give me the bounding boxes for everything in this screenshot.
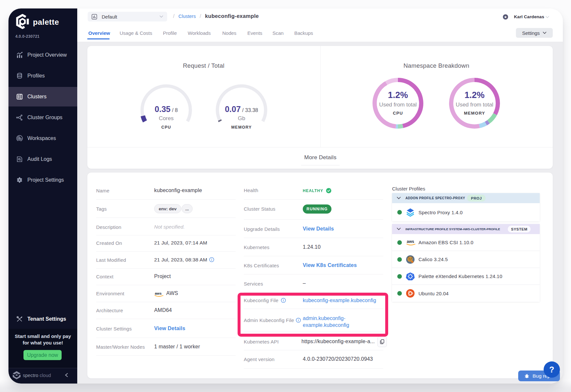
svg-text:aws: aws — [155, 291, 162, 295]
svg-text:aws: aws — [407, 239, 414, 244]
